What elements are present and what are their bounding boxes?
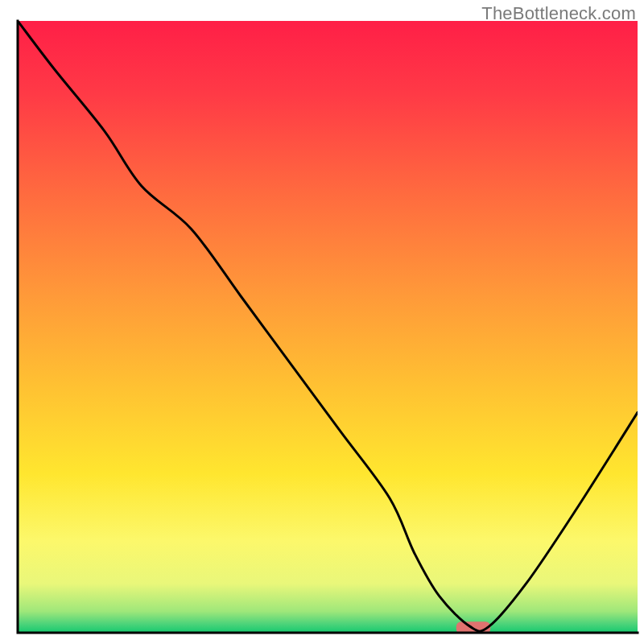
chart-frame: TheBottleneck.com [0,0,644,644]
gradient-background [18,21,638,633]
watermark-text: TheBottleneck.com [481,3,636,24]
bottleneck-chart-svg [0,0,644,644]
